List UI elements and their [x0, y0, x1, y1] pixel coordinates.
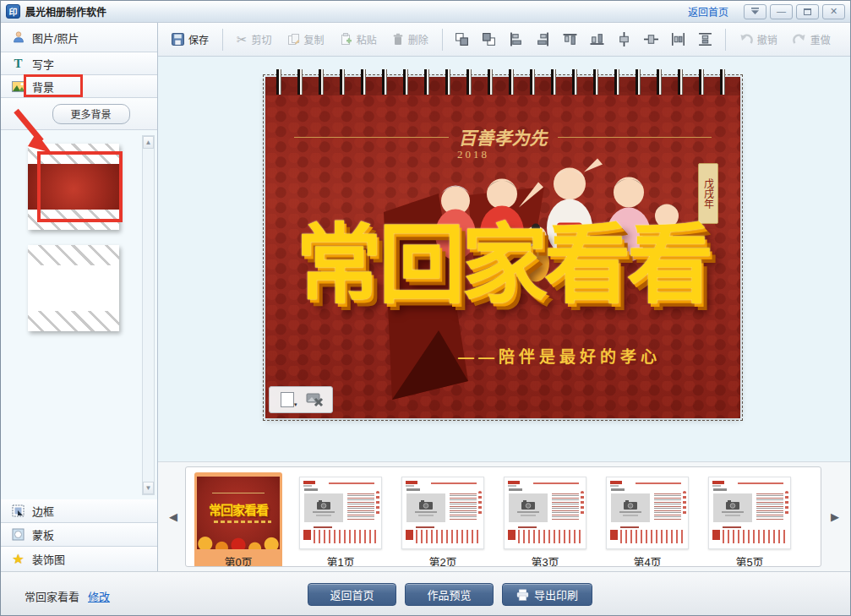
seal-badge: 戊戌年	[698, 163, 718, 224]
page-size-button[interactable]: ▾	[276, 390, 298, 410]
redo-label: 重做	[810, 32, 831, 46]
align-right-button[interactable]	[532, 29, 554, 51]
mini-grid-title	[723, 526, 741, 528]
mini-decoration	[376, 491, 379, 516]
camera-icon	[624, 500, 637, 510]
align-right-icon	[536, 32, 550, 46]
background-thumb-white[interactable]	[28, 245, 119, 331]
calendar-page-preview	[504, 477, 586, 549]
title-bar: 印 晨光相册制作软件 返回首页 — ✕	[1, 1, 850, 23]
copy-button[interactable]: 复制	[282, 29, 330, 50]
page-filmstrip: ◀ ▶ 常回家看看 第0页	[158, 461, 850, 571]
filmstrip-left-arrow[interactable]: ◀	[165, 506, 182, 528]
titlebar-home-link[interactable]: 返回首页	[688, 4, 728, 19]
white-background-preview	[28, 265, 119, 311]
back-home-button[interactable]: 返回首页	[308, 583, 396, 606]
flower-strip	[265, 366, 740, 418]
filmstrip-right-arrow[interactable]: ▶	[826, 506, 843, 528]
hatch-strip	[28, 311, 119, 331]
paste-label: 粘贴	[357, 32, 377, 46]
background-list-scrollbar[interactable]: ▲ ▼	[142, 135, 155, 495]
mini-decoration	[683, 491, 686, 516]
camera-icon	[521, 500, 535, 510]
distribute-vertical-button[interactable]	[695, 29, 717, 51]
main-toolbar: 保存 ✂ 剪切 复制 粘贴	[158, 23, 850, 57]
more-backgrounds-button[interactable]: 更多背景	[52, 104, 130, 124]
mini-header-rule	[329, 482, 374, 484]
background-list-panel: ▲ ▼	[1, 130, 157, 501]
calendar-page-preview	[299, 477, 382, 549]
mini-flower-strip	[197, 536, 280, 549]
redo-icon	[793, 34, 806, 46]
scroll-up-button[interactable]: ▲	[143, 136, 154, 149]
mini-calendar-grid	[620, 530, 685, 543]
align-left-button[interactable]	[505, 29, 527, 51]
delete-button[interactable]: 删除	[387, 29, 434, 50]
page-label: 第0页	[196, 553, 281, 567]
project-status: 常回家看看修改	[25, 588, 110, 604]
page-label: 第4页	[605, 553, 690, 567]
maximize-button[interactable]	[796, 4, 819, 19]
modify-link[interactable]: 修改	[88, 591, 110, 603]
send-to-back-button[interactable]	[478, 29, 500, 51]
mini-logo	[303, 481, 315, 484]
mini-caption	[517, 511, 539, 513]
page-icon	[281, 392, 294, 407]
mini-calendar-grid	[518, 530, 582, 543]
mini-photo-placeholder	[406, 493, 445, 522]
center-horizontal-button[interactable]	[641, 29, 663, 51]
mini-logo	[508, 481, 520, 484]
distribute-horizontal-icon	[671, 32, 685, 46]
align-top-button[interactable]	[559, 29, 581, 51]
redo-button[interactable]: 重做	[788, 29, 836, 50]
export-print-button[interactable]: 导出印刷	[502, 583, 592, 606]
mini-seal	[303, 530, 311, 540]
page-thumb-3[interactable]: 第3页	[501, 472, 589, 567]
mini-header-rule	[738, 482, 783, 484]
scroll-down-button[interactable]: ▼	[143, 482, 154, 494]
sidebar-item-decoration[interactable]: ★ 装饰图	[1, 547, 157, 571]
mini-grid-title	[518, 526, 537, 528]
align-bottom-button[interactable]	[586, 29, 608, 51]
mini-photo-placeholder	[611, 493, 650, 522]
mini-title: 常回家看看	[197, 500, 280, 518]
mini-seal	[406, 530, 413, 540]
sidebar-item-mask-label: 蒙板	[32, 526, 54, 542]
mini-text-block	[654, 493, 681, 521]
camera-icon	[419, 500, 433, 510]
sidebar-item-write-text[interactable]: T 写字	[1, 52, 157, 75]
mini-header-rule	[533, 482, 579, 484]
calendar-design[interactable]: 百善孝为先 2018 戊戌年 福	[265, 77, 740, 418]
cut-button[interactable]: ✂ 剪切	[232, 29, 277, 50]
printer-icon	[516, 589, 529, 601]
center-vertical-button[interactable]	[614, 29, 636, 51]
gold-rule-right	[558, 137, 712, 138]
save-button[interactable]: 保存	[166, 29, 214, 50]
undo-button[interactable]: 撤销	[734, 29, 783, 50]
undo-label: 撤销	[757, 32, 777, 46]
page-thumb-1[interactable]: 第1页	[297, 472, 385, 567]
collapse-toolbar-button[interactable]	[744, 4, 766, 19]
motto-row: 百善孝为先	[294, 124, 712, 150]
sidebar-item-decoration-label: 装饰图	[32, 551, 65, 567]
page-thumb-5[interactable]: 第5页	[706, 472, 794, 567]
page-thumb-2[interactable]: 第2页	[399, 472, 487, 567]
mini-date	[509, 488, 522, 491]
bring-to-front-button[interactable]	[451, 29, 473, 51]
calendar-page-preview	[401, 477, 484, 549]
copy-icon	[287, 33, 300, 46]
close-button[interactable]: ✕	[822, 4, 845, 19]
minimize-button[interactable]: —	[770, 4, 793, 19]
paste-button[interactable]: 粘贴	[335, 29, 382, 50]
page-thumb-0[interactable]: 常回家看看 第0页	[194, 472, 282, 567]
mini-decoration	[478, 491, 482, 516]
mini-date	[304, 488, 318, 491]
sidebar-item-border-label: 边框	[32, 503, 54, 519]
sidebar-item-border[interactable]: 边框	[1, 499, 157, 523]
distribute-horizontal-button[interactable]	[668, 29, 690, 51]
sidebar-item-mask[interactable]: 蒙板	[1, 523, 157, 547]
remove-background-button[interactable]	[304, 390, 326, 410]
page-thumb-4[interactable]: 第4页	[603, 472, 691, 567]
sidebar-item-photos[interactable]: 图片/照片	[1, 23, 157, 52]
preview-button[interactable]: 作品预览	[405, 583, 494, 606]
